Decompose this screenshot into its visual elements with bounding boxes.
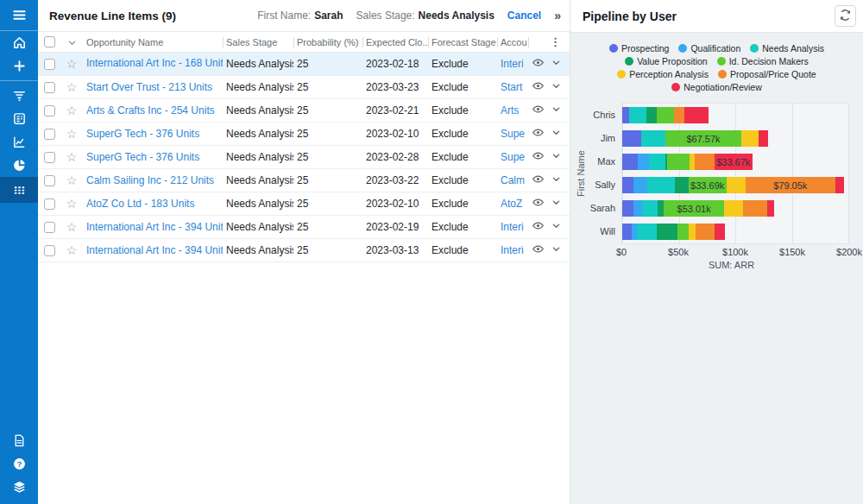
bar-segment[interactable] — [642, 200, 658, 217]
row-caret-icon[interactable] — [551, 174, 561, 186]
account-link[interactable]: Calm — [501, 174, 525, 186]
preview-eye-icon[interactable] — [532, 173, 545, 188]
row-checkbox[interactable] — [44, 245, 55, 256]
row-caret-icon[interactable] — [551, 128, 561, 140]
bar-segment[interactable]: $79.05k — [746, 177, 835, 193]
bar-segment[interactable] — [646, 107, 657, 123]
sidebar-item-line-chart[interactable] — [0, 130, 38, 154]
account-link[interactable]: Start — [501, 81, 522, 93]
bar-segment[interactable]: $53.01k — [664, 200, 723, 217]
bar-segment[interactable] — [622, 200, 633, 217]
bar-segment[interactable] — [629, 107, 646, 123]
legend-item[interactable]: Value Proposition — [625, 56, 708, 66]
bar-segment[interactable] — [641, 130, 665, 147]
opportunity-link[interactable]: International Art Inc - 394 Units — [86, 221, 223, 233]
opportunity-link[interactable]: SuperG Tech - 376 Units — [86, 151, 199, 163]
cancel-filter-link[interactable]: Cancel — [507, 9, 541, 22]
opportunity-link[interactable]: Start Over Trust - 213 Units — [86, 81, 212, 93]
row-caret-icon[interactable] — [551, 221, 561, 233]
account-link[interactable]: Arts — [501, 104, 519, 117]
favorite-star-icon[interactable]: ☆ — [66, 220, 78, 234]
preview-eye-icon[interactable] — [532, 103, 545, 118]
select-all-checkbox[interactable] — [44, 36, 55, 47]
table-row[interactable]: ☆International Art Inc - 394 UnitsNeeds … — [38, 216, 570, 239]
bar-segment[interactable] — [743, 200, 767, 217]
bar-segment[interactable]: $33.67k — [715, 154, 753, 170]
bar-segment[interactable] — [622, 107, 629, 123]
row-checkbox[interactable] — [44, 82, 55, 93]
row-checkbox[interactable] — [44, 175, 55, 186]
bar-segment[interactable] — [638, 154, 649, 170]
preview-eye-icon[interactable] — [532, 79, 545, 95]
opportunity-link[interactable]: SuperG Tech - 376 Units — [86, 128, 199, 140]
table-row[interactable]: ☆International Art Inc - 394 UnitsNeeds … — [38, 239, 570, 262]
sidebar-item-plus[interactable] — [0, 54, 38, 78]
favorite-star-icon[interactable]: ☆ — [66, 127, 78, 141]
bar-segment[interactable] — [622, 177, 633, 193]
preview-eye-icon[interactable] — [532, 243, 545, 258]
table-row[interactable]: ☆AtoZ Co Ltd - 183 UnitsNeeds Analysis25… — [38, 192, 570, 216]
bar-segment[interactable] — [675, 177, 689, 193]
preview-eye-icon[interactable] — [532, 149, 545, 165]
col-account[interactable]: Accou — [497, 32, 528, 53]
legend-item[interactable]: Proposal/Price Quote — [718, 69, 816, 79]
preview-eye-icon[interactable] — [532, 56, 545, 72]
bar-segment[interactable] — [633, 200, 642, 217]
bar-segment[interactable] — [622, 154, 638, 170]
opportunity-link[interactable]: Arts & Crafts Inc - 254 Units — [86, 104, 215, 117]
legend-item[interactable]: Id. Decision Makers — [717, 56, 809, 66]
bar-segment[interactable] — [677, 224, 689, 240]
refresh-button[interactable] — [835, 5, 856, 27]
table-row[interactable]: ☆Calm Sailing Inc - 212 UnitsNeeds Analy… — [38, 169, 570, 192]
sidebar-item-pie-chart[interactable] — [0, 154, 38, 177]
table-row[interactable]: ☆International Art Inc - 168 UnitsNeeds … — [38, 53, 570, 76]
list-settings-kebab-icon[interactable]: ⋮ — [550, 35, 561, 48]
legend-item[interactable]: Negotiation/Review — [671, 82, 761, 92]
bar-segment[interactable]: $33.69k — [689, 177, 727, 193]
row-checkbox[interactable] — [44, 152, 55, 163]
favorite-star-icon[interactable]: ☆ — [66, 173, 78, 187]
sidebar-item-home[interactable] — [0, 31, 38, 54]
legend-item[interactable]: Perception Analysis — [617, 69, 709, 79]
favorite-star-icon[interactable]: ☆ — [66, 57, 78, 71]
col-probability[interactable]: Probability (%) — [293, 32, 362, 53]
preview-eye-icon[interactable] — [532, 219, 545, 235]
table-row[interactable]: ☆Start Over Trust - 213 UnitsNeeds Analy… — [38, 76, 570, 99]
bar-segment[interactable] — [689, 224, 696, 240]
col-opportunity-name[interactable]: Opportunity Name — [83, 32, 223, 53]
opportunity-link[interactable]: Calm Sailing Inc - 212 Units — [86, 174, 214, 186]
legend-item[interactable]: Needs Analysis — [750, 43, 824, 54]
row-caret-icon[interactable] — [551, 58, 561, 70]
favorite-star-icon[interactable]: ☆ — [66, 104, 78, 117]
col-sales-stage[interactable]: Sales Stage — [223, 32, 293, 53]
table-row[interactable]: ☆Arts & Crafts Inc - 254 UnitsNeeds Anal… — [38, 99, 570, 123]
bar-segment[interactable] — [649, 154, 665, 170]
bar-segment[interactable] — [667, 154, 690, 170]
sidebar-item-document[interactable] — [0, 429, 38, 452]
account-link[interactable]: Supe — [501, 128, 525, 140]
bar-segment[interactable] — [759, 130, 768, 147]
sidebar-item-grid[interactable] — [0, 177, 38, 203]
row-checkbox[interactable] — [44, 105, 55, 117]
bar-segment[interactable] — [741, 130, 759, 147]
bar-segment[interactable] — [674, 107, 684, 123]
legend-item[interactable]: Prospecting — [609, 43, 669, 54]
bar-segment[interactable] — [715, 224, 724, 240]
row-checkbox[interactable] — [44, 59, 55, 70]
bar-segment[interactable] — [622, 224, 632, 240]
row-caret-icon[interactable] — [551, 198, 561, 210]
sidebar-item-menu[interactable] — [0, 0, 38, 31]
bar-segment[interactable] — [657, 107, 674, 123]
row-checkbox[interactable] — [44, 222, 55, 233]
bar-segment[interactable] — [835, 177, 844, 193]
row-caret-icon[interactable] — [551, 244, 561, 256]
bar-segment[interactable] — [724, 200, 743, 217]
row-checkbox[interactable] — [44, 198, 55, 210]
favorite-star-icon[interactable]: ☆ — [66, 243, 78, 257]
account-link[interactable]: AtoZ — [501, 198, 522, 210]
favorite-star-icon[interactable]: ☆ — [66, 80, 78, 94]
row-caret-icon[interactable] — [551, 104, 561, 117]
bar-segment[interactable] — [657, 224, 677, 240]
opportunity-link[interactable]: AtoZ Co Ltd - 183 Units — [86, 198, 194, 210]
bar-segment[interactable]: $67.57k — [665, 130, 742, 147]
